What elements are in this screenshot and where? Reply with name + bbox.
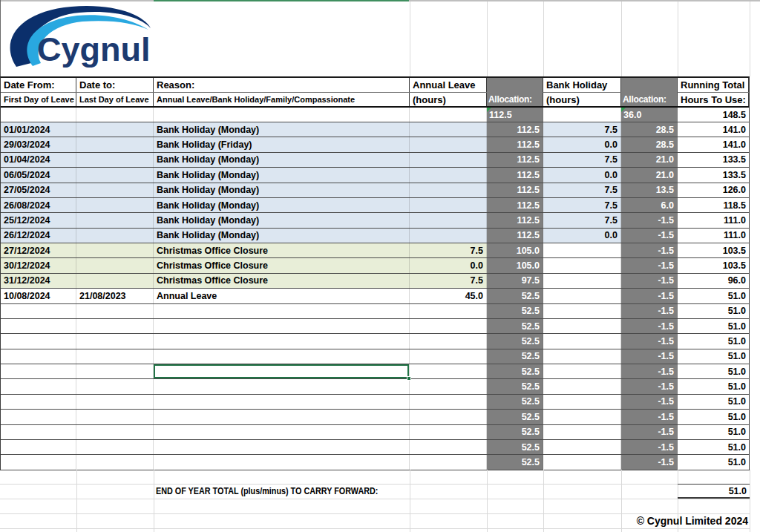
cell-al-allocation[interactable]: 105.0 (487, 243, 543, 257)
cell-al-allocation[interactable]: 112.5 (487, 183, 543, 197)
cell-bh-allocation[interactable]: -1.5 (621, 304, 678, 318)
cell-al-allocation[interactable]: 52.5 (487, 410, 543, 424)
cell-date-to[interactable] (76, 440, 154, 454)
cell-reason[interactable]: Christmas Office Closure (154, 258, 410, 272)
cell-date-from[interactable] (1, 319, 76, 333)
cell-running-total[interactable]: 133.5 (678, 153, 749, 167)
cell-reason[interactable] (154, 395, 410, 409)
header-annual-leave[interactable]: Annual Leave (410, 78, 487, 92)
header-date-to[interactable]: Date to: (76, 78, 154, 92)
cell-date-to[interactable] (76, 258, 154, 272)
cell-reason[interactable]: Bank Holiday (Monday) (154, 183, 410, 197)
cell-reason[interactable] (154, 410, 410, 424)
subheader-al-allocation[interactable]: Allocation: (487, 93, 543, 106)
cell-annual-leave-hours[interactable] (410, 229, 487, 243)
cell-bank-holiday-hours[interactable] (543, 243, 621, 257)
subheader-bh-allocation[interactable]: Allocation: (621, 93, 678, 106)
cell-running-total[interactable]: 51.0 (678, 379, 749, 393)
cell-annual-leave-hours[interactable] (410, 334, 487, 348)
cell-date-to[interactable] (76, 229, 154, 243)
header-date-from[interactable]: Date From: (1, 78, 76, 92)
cell-bank-holiday-hours[interactable] (543, 334, 621, 348)
cell-bh-allocation[interactable]: 28.5 (621, 137, 678, 151)
cell-bank-holiday-hours[interactable]: 0.0 (543, 168, 621, 182)
cell-bank-holiday-hours[interactable] (543, 289, 621, 303)
cell-reason[interactable]: Bank Holiday (Monday) (154, 198, 410, 212)
cell-bank-holiday-hours[interactable] (543, 364, 621, 378)
cell-bank-holiday-hours[interactable] (543, 455, 621, 469)
cell-date-from[interactable]: 01/01/2024 (1, 122, 76, 137)
cell-annual-leave-hours[interactable] (410, 364, 487, 378)
cell-date-to[interactable] (76, 213, 154, 227)
cell-running-total[interactable]: 141.0 (678, 122, 749, 137)
cell-running-total[interactable]: 103.5 (678, 258, 749, 272)
cell-reason[interactable]: Bank Holiday (Monday) (154, 229, 410, 243)
cell-running-total[interactable]: 51.0 (678, 364, 749, 378)
cell-al-allocation[interactable]: 112.5 (487, 198, 543, 212)
cell-date-from[interactable]: 26/08/2024 (1, 198, 76, 212)
cell-date-from[interactable]: 27/05/2024 (1, 183, 76, 197)
cell-date-from[interactable]: 29/03/2024 (1, 137, 76, 151)
cell-al-allocation[interactable]: 52.5 (487, 289, 543, 303)
cell-bh-allocation[interactable]: 6.0 (621, 198, 678, 212)
cell-date-to[interactable] (76, 379, 154, 393)
cell-annual-leave-hours[interactable]: 0.0 (410, 258, 487, 272)
cell-annual-leave-hours[interactable] (410, 395, 487, 409)
cell-bank-holiday-hours[interactable]: 7.5 (543, 213, 621, 227)
cell-annual-leave-hours[interactable] (410, 425, 487, 439)
cell-bh-allocation-value[interactable]: 36.0 (621, 108, 678, 122)
cell-annual-leave-hours[interactable] (410, 183, 487, 197)
cell-date-from[interactable]: 06/05/2024 (1, 168, 76, 182)
header-bank-holiday[interactable]: Bank Holiday (543, 78, 621, 92)
cell-annual-leave-hours[interactable]: 45.0 (410, 289, 487, 303)
cell-al-allocation[interactable]: 52.5 (487, 440, 543, 454)
cell-date-to[interactable] (76, 274, 154, 288)
cell-reason[interactable]: Christmas Office Closure (154, 243, 410, 257)
cell-running-total[interactable]: 103.5 (678, 243, 749, 257)
cell-bh-allocation[interactable]: 13.5 (621, 183, 678, 197)
cell-bh-allocation[interactable]: 21.0 (621, 153, 678, 167)
cell-date-to[interactable]: 21/08/2023 (76, 289, 154, 303)
cell-reason[interactable] (154, 379, 410, 393)
header-bh-allocation-top[interactable] (621, 78, 678, 93)
cell-al-allocation[interactable]: 112.5 (487, 213, 543, 227)
header-running-total[interactable]: Running Total (678, 78, 749, 92)
cell-annual-leave-hours[interactable]: 7.5 (410, 243, 487, 257)
cell-reason[interactable]: Bank Holiday (Monday) (154, 213, 410, 227)
cell-date-to[interactable] (76, 395, 154, 409)
cell-date-from[interactable] (1, 349, 76, 364)
cell-bank-holiday-hours[interactable]: 7.5 (543, 183, 621, 197)
cell-bank-holiday-hours[interactable] (543, 425, 621, 439)
cell-bh-allocation[interactable]: -1.5 (621, 229, 678, 243)
cell-bh-allocation[interactable]: -1.5 (621, 379, 678, 393)
cell-reason[interactable]: Bank Holiday (Friday) (154, 137, 410, 151)
cell-running-total[interactable]: 111.0 (678, 213, 749, 227)
cell-bank-holiday-hours[interactable] (543, 258, 621, 272)
cell-al-allocation[interactable]: 97.5 (487, 274, 543, 288)
cell-bank-holiday-hours[interactable] (543, 379, 621, 393)
cell-bank-holiday-hours[interactable] (543, 395, 621, 409)
cell-bank-holiday-hours[interactable]: 7.5 (543, 198, 621, 212)
cell-al-allocation[interactable]: 52.5 (487, 334, 543, 348)
cell-running-total[interactable]: 51.0 (678, 455, 749, 469)
cell-running-total[interactable]: 118.5 (678, 198, 749, 212)
cell-bh-allocation[interactable]: -1.5 (621, 258, 678, 272)
cell-al-allocation[interactable]: 52.5 (487, 364, 543, 378)
cell-al-allocation[interactable]: 52.5 (487, 455, 543, 469)
cell-date-to[interactable] (76, 410, 154, 424)
cell-al-allocation[interactable]: 52.5 (487, 425, 543, 439)
cell-reason[interactable] (154, 364, 410, 378)
cell-running-total[interactable]: 96.0 (678, 274, 749, 288)
cell-bh-allocation[interactable]: -1.5 (621, 440, 678, 454)
cell-annual-leave-hours[interactable] (410, 122, 487, 137)
cell-al-allocation[interactable]: 52.5 (487, 319, 543, 333)
cell-empty[interactable] (1, 108, 76, 122)
cell-bh-allocation[interactable]: -1.5 (621, 213, 678, 227)
cell-bank-holiday-hours[interactable] (543, 410, 621, 424)
cell-al-allocation[interactable]: 112.5 (487, 168, 543, 182)
cell-date-to[interactable] (76, 319, 154, 333)
cell-date-to[interactable] (76, 183, 154, 197)
cell-date-from[interactable] (1, 364, 76, 378)
end-of-year-total-value[interactable]: 51.0 (678, 484, 750, 499)
cell-bh-allocation[interactable]: -1.5 (621, 243, 678, 257)
